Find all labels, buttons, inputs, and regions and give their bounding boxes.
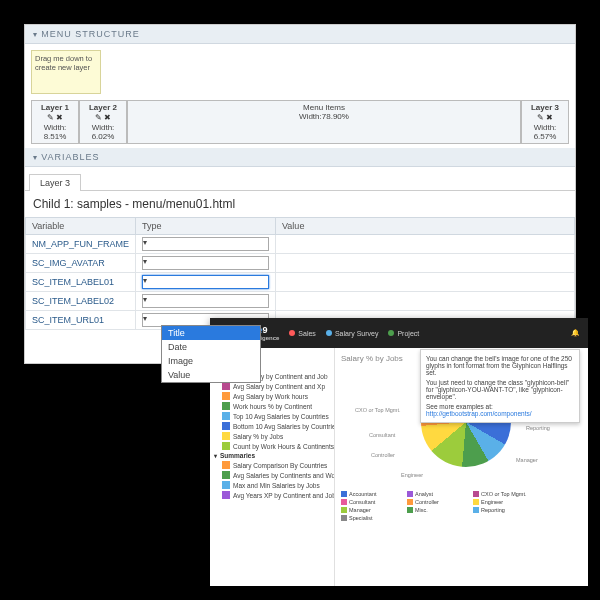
- layer-icons[interactable]: ✎ ✖: [524, 113, 566, 122]
- sidebar-item-summary[interactable]: Max and Min Salaries by Jobs: [214, 480, 330, 490]
- pie-label: CXO or Top Mgmt.: [355, 407, 400, 413]
- layer-width: Width: 6.57%: [524, 123, 566, 141]
- summary-icon: [222, 491, 230, 499]
- layer-box-3[interactable]: Layer 3 ✎ ✖ Width: 6.57%: [521, 100, 569, 144]
- legend-item[interactable]: Misc.: [407, 507, 467, 513]
- dropdown-option[interactable]: Title: [162, 326, 260, 340]
- dashboard-panel: scriptcase9 Business Intelligence Sales …: [210, 318, 588, 586]
- var-name: SC_ITEM_LABEL01: [26, 273, 136, 292]
- table-row: SC_ITEM_LABEL01▾: [26, 273, 575, 292]
- legend-item[interactable]: Consultant: [341, 499, 401, 505]
- legend-item[interactable]: Reporting: [473, 507, 533, 513]
- pie-label: Controller: [371, 452, 395, 458]
- top-nav: scriptcase9 Business Intelligence Sales …: [210, 318, 588, 348]
- legend-swatch: [341, 507, 347, 513]
- type-select[interactable]: ▾: [142, 256, 269, 270]
- menu-builder-panel: MENU STRUCTURE Drag me down to create ne…: [24, 24, 576, 364]
- nav-salary-survey[interactable]: Salary Survey: [326, 330, 379, 337]
- type-select-open[interactable]: ▾: [142, 275, 269, 289]
- dropdown-option[interactable]: Value: [162, 368, 260, 382]
- tooltip-link[interactable]: http://getbootstrap.com/components/: [426, 410, 532, 417]
- sidebar-item-summary[interactable]: Avg Years XP by Continent and Job: [214, 490, 330, 500]
- table-row: SC_ITEM_LABEL02▾: [26, 292, 575, 311]
- layer-box-1[interactable]: Layer 1 ✎ ✖ Width: 8.51%: [31, 100, 79, 144]
- nav-sales[interactable]: Sales: [289, 330, 316, 337]
- nav-project[interactable]: Project: [388, 330, 419, 337]
- summary-icon: [222, 471, 230, 479]
- col-value[interactable]: Value: [276, 218, 575, 235]
- layer-width: Width: 6.02%: [82, 123, 124, 141]
- layer-title: Layer 2: [82, 103, 124, 112]
- legend-item[interactable]: Engineer: [473, 499, 533, 505]
- type-select[interactable]: ▾: [142, 294, 269, 308]
- legend-swatch: [473, 499, 479, 505]
- dot-icon: [388, 330, 394, 336]
- sticky-note[interactable]: Drag me down to create new layer: [31, 50, 101, 94]
- layer-box-2[interactable]: Layer 2 ✎ ✖ Width: 6.02%: [79, 100, 127, 144]
- col-variable[interactable]: Variable: [26, 218, 136, 235]
- menu-items-title: Menu Items: [130, 103, 518, 112]
- type-dropdown[interactable]: Title Date Image Value: [161, 325, 261, 383]
- sidebar: Dashboard Charts Avg Salary by Continent…: [210, 348, 335, 586]
- table-row: NM_APP_FUN_FRAME▾: [26, 235, 575, 254]
- var-name: SC_ITEM_LABEL02: [26, 292, 136, 311]
- layer-icons[interactable]: ✎ ✖: [34, 113, 76, 122]
- dropdown-option[interactable]: Date: [162, 340, 260, 354]
- summary-icon: [222, 461, 230, 469]
- var-name: NM_APP_FUN_FRAME: [26, 235, 136, 254]
- layer-title: Layer 1: [34, 103, 76, 112]
- chart-icon: [222, 382, 230, 390]
- col-type[interactable]: Type: [136, 218, 276, 235]
- sidebar-item-chart[interactable]: Avg Salary by Work hours: [214, 391, 330, 401]
- legend-swatch: [341, 491, 347, 497]
- legend-swatch: [341, 499, 347, 505]
- legend-swatch: [407, 499, 413, 505]
- sidebar-item-chart[interactable]: Work hours % by Continent: [214, 401, 330, 411]
- legend-item[interactable]: Specialist: [341, 515, 401, 521]
- variables-header[interactable]: VARIABLES: [25, 148, 575, 167]
- chart-icon: [222, 392, 230, 400]
- sidebar-item-chart[interactable]: Salary % by Jobs: [214, 431, 330, 441]
- legend-item[interactable]: Controller: [407, 499, 467, 505]
- bell-tooltip: You can change the bell's image for one …: [420, 349, 580, 423]
- sidebar-item-chart[interactable]: Count by Work Hours & Continents: [214, 441, 330, 451]
- bell-icon[interactable]: 🔔: [571, 329, 580, 336]
- child-label: Child 1: samples - menu/menu01.html: [25, 191, 575, 217]
- bell-area[interactable]: 🔔 You can change the bell's image for on…: [571, 329, 580, 337]
- legend-swatch: [341, 515, 347, 521]
- pie-label: Consultant: [369, 432, 395, 438]
- var-name: SC_IMG_AVATAR: [26, 254, 136, 273]
- pie-label: Manager: [516, 457, 538, 463]
- variables-table: Variable Type Value NM_APP_FUN_FRAME▾ SC…: [25, 217, 575, 330]
- sidebar-group-summaries[interactable]: Summaries: [214, 451, 330, 460]
- pie-label: Reporting: [526, 425, 550, 431]
- sidebar-item-summary[interactable]: Salary Comparison By Countries: [214, 460, 330, 470]
- legend-swatch: [473, 507, 479, 513]
- legend-item[interactable]: Analyst: [407, 491, 467, 497]
- sidebar-item-summary[interactable]: Avg Salaries by Continents and Work hour…: [214, 470, 330, 480]
- layer-icons[interactable]: ✎ ✖: [82, 113, 124, 122]
- legend-item[interactable]: Manager: [341, 507, 401, 513]
- layer-title: Layer 3: [524, 103, 566, 112]
- dot-icon: [326, 330, 332, 336]
- sidebar-item-chart[interactable]: Top 10 Avg Salaries by Countries: [214, 411, 330, 421]
- type-select[interactable]: ▾: [142, 237, 269, 251]
- layer-width: Width: 8.51%: [34, 123, 76, 141]
- dropdown-option[interactable]: Image: [162, 354, 260, 368]
- chart-icon: [222, 442, 230, 450]
- menu-structure-header[interactable]: MENU STRUCTURE: [25, 25, 575, 44]
- tab-layer3[interactable]: Layer 3: [29, 174, 81, 191]
- chart-icon: [222, 432, 230, 440]
- var-name: SC_ITEM_URL01: [26, 311, 136, 330]
- pie-label: Engineer: [401, 472, 423, 478]
- chart-icon: [222, 402, 230, 410]
- chart-legend: AccountantAnalystCXO or Top Mgmt.Consult…: [341, 487, 582, 525]
- legend-item[interactable]: CXO or Top Mgmt.: [473, 491, 533, 497]
- legend-item[interactable]: Accountant: [341, 491, 401, 497]
- legend-swatch: [407, 491, 413, 497]
- legend-swatch: [473, 491, 479, 497]
- sidebar-item-chart[interactable]: Bottom 10 Avg Salaries by Countries: [214, 421, 330, 431]
- menu-items-box[interactable]: Menu Items Width:78.90%: [127, 100, 521, 144]
- summary-icon: [222, 481, 230, 489]
- dot-icon: [289, 330, 295, 336]
